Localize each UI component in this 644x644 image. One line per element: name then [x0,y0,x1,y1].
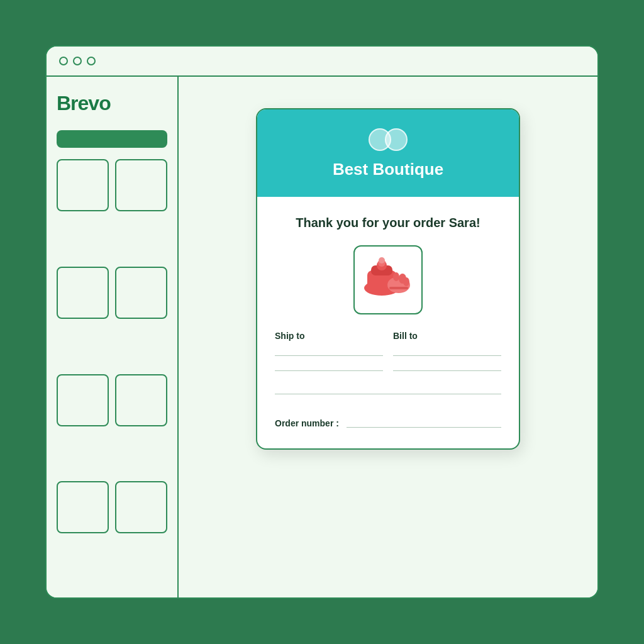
traffic-light-1 [59,57,68,65]
browser-titlebar [47,47,597,77]
bill-to-line-2 [393,362,501,371]
browser-window: Brevo [45,45,599,599]
ship-to-label: Ship to [275,331,383,341]
order-number-row: Order number : [275,418,501,428]
product-image-box [353,245,423,314]
bill-to-col: Bill to [393,331,501,377]
ship-to-line-1 [275,347,383,356]
ship-to-col: Ship to [275,331,383,377]
card-body: Thank you for your order Sara! [257,197,519,448]
sidebar: Brevo [47,77,179,597]
svg-point-8 [393,272,399,281]
product-image-svg [360,257,416,304]
sidebar-nav-bar[interactable] [57,130,167,148]
sidebar-grid-item-1[interactable] [57,159,109,211]
sidebar-grid-item-2[interactable] [115,159,167,211]
brevo-logo: Brevo [57,92,167,115]
sidebar-grid-item-5[interactable] [57,374,109,426]
sidebar-grid [57,159,167,582]
sidebar-grid-item-7[interactable] [57,481,109,533]
traffic-light-3 [87,57,96,65]
card-header: Best Boutique [257,109,519,197]
order-number-line [347,419,501,428]
email-card: Best Boutique Thank you for your order S… [256,108,520,450]
svg-point-9 [403,277,409,286]
traffic-light-2 [73,57,82,65]
order-number-label: Order number : [275,418,339,428]
thank-you-message: Thank you for your order Sara! [296,214,480,231]
sidebar-grid-item-4[interactable] [115,267,167,319]
bill-to-line-1 [393,347,501,356]
sidebar-grid-item-3[interactable] [57,267,109,319]
bill-to-label: Bill to [393,331,501,341]
ship-to-line-2 [275,362,383,371]
divider [275,394,501,394]
coin-icon-2 [385,128,408,151]
sidebar-grid-item-6[interactable] [115,374,167,426]
svg-rect-10 [389,287,408,289]
main-area: Best Boutique Thank you for your order S… [179,77,597,597]
sidebar-grid-item-8[interactable] [115,481,167,533]
address-section: Ship to Bill to [275,328,501,377]
card-brand-title: Best Boutique [333,160,443,179]
svg-point-5 [379,257,385,264]
coin-icons [369,128,408,151]
browser-content: Brevo [47,77,597,597]
